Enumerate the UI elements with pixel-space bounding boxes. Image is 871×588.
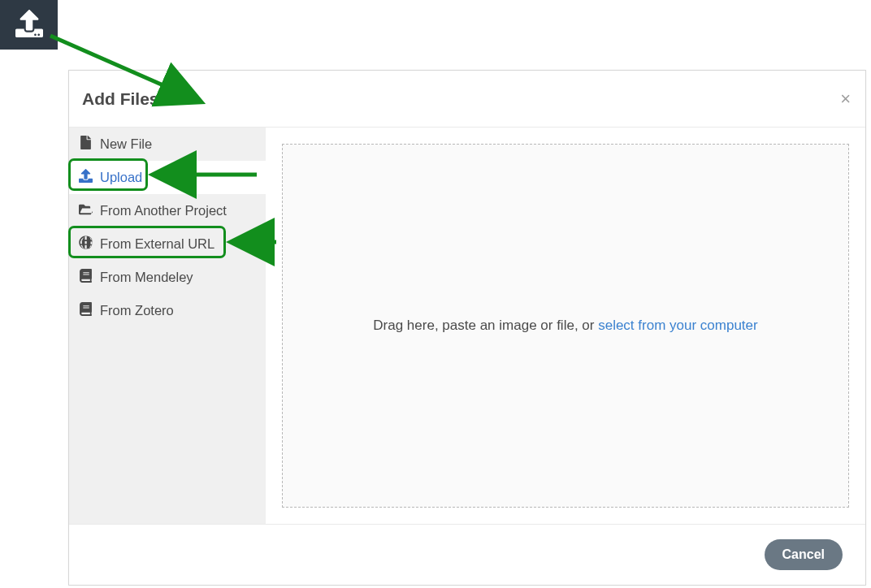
sidebar-item-label: From Another Project [100, 203, 227, 218]
upload-icon [13, 10, 46, 41]
book-icon [79, 302, 93, 319]
file-icon [79, 136, 93, 153]
sidebar-item-from-another-project[interactable]: From Another Project [69, 194, 266, 227]
folder-open-icon [79, 202, 93, 219]
sidebar-item-label: New File [100, 136, 152, 152]
sidebar-item-upload[interactable]: Upload [69, 161, 266, 194]
sidebar-item-from-mendeley[interactable]: From Mendeley [69, 261, 266, 294]
sidebar-item-label: From External URL [100, 236, 214, 252]
dropzone-panel: Drag here, paste an image or file, or se… [266, 128, 865, 524]
dropzone[interactable]: Drag here, paste an image or file, or se… [282, 144, 849, 508]
sidebar-item-label: From Zotero [100, 303, 174, 318]
sidebar-item-label: Upload [100, 170, 142, 185]
modal-title: Add Files [82, 89, 159, 109]
modal-header: Add Files × [69, 71, 865, 128]
modal-sidebar: New File Upload From Another Project Fro… [69, 128, 266, 524]
book-icon [79, 269, 93, 286]
cancel-button[interactable]: Cancel [765, 539, 843, 570]
modal-footer: Cancel [69, 524, 865, 585]
dropzone-text: Drag here, paste an image or file, or se… [373, 318, 757, 334]
add-files-modal: Add Files × New File Upload From A [68, 70, 866, 586]
globe-icon [79, 236, 93, 253]
sidebar-item-from-zotero[interactable]: From Zotero [69, 294, 266, 327]
toolbar-upload-button[interactable] [0, 0, 58, 50]
sidebar-item-from-external-url[interactable]: From External URL [69, 227, 266, 261]
close-icon[interactable]: × [840, 90, 851, 108]
upload-icon [79, 169, 93, 186]
sidebar-item-label: From Mendeley [100, 270, 193, 285]
modal-body: New File Upload From Another Project Fro… [69, 128, 865, 524]
select-from-computer-link[interactable]: select from your computer [598, 318, 758, 333]
sidebar-item-new-file[interactable]: New File [69, 128, 266, 161]
